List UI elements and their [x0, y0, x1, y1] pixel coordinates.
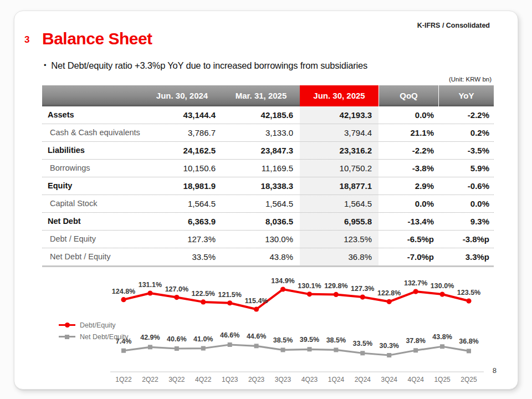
table-row: Net Debt / Equity33.5%43.8%36.8%-7.0%p3.…	[42, 248, 494, 265]
column-header: Jun. 30, 2024	[142, 85, 222, 106]
table-cell: 10,750.2	[300, 160, 378, 177]
svg-text:130.1%: 130.1%	[298, 282, 321, 290]
table-cell: -13.4%	[378, 213, 438, 230]
table-cell: 21.1%	[378, 124, 438, 141]
summary-bullet-text: Net Debt/equity ratio +3.3%p YoY due to …	[51, 60, 367, 70]
table-cell: -2.2%	[438, 106, 494, 124]
svg-text:1Q23: 1Q23	[222, 376, 238, 383]
table-cell: 123.5%	[300, 231, 378, 248]
legend-item-net-debt-equity: Net Debt/Equity	[59, 331, 129, 342]
column-header: Jun. 30, 2025	[300, 85, 378, 106]
column-header: QoQ	[378, 85, 438, 106]
table-row: Capital Stock1,564.51,564.51,564.50.0%0.…	[42, 195, 494, 213]
table-cell: -0.6%	[438, 177, 494, 195]
table-cell: 2.9%	[378, 177, 438, 195]
table-cell: 5.9%	[438, 160, 494, 177]
table-cell: 18,981.9	[142, 177, 222, 195]
row-label: Borrowings	[42, 160, 142, 177]
svg-text:122.5%: 122.5%	[192, 290, 215, 298]
table-cell: -3.8%p	[438, 231, 494, 248]
svg-text:1Q24: 1Q24	[328, 376, 345, 383]
svg-text:37.8%: 37.8%	[406, 337, 425, 345]
table-cell: 1,564.5	[142, 195, 222, 212]
row-label: Cash & Cash equivalents	[42, 124, 142, 141]
svg-text:131.1%: 131.1%	[139, 281, 162, 289]
svg-text:134.9%: 134.9%	[271, 277, 294, 285]
table-cell: 127.3%	[142, 231, 222, 248]
svg-text:1Q25: 1Q25	[434, 376, 451, 383]
balance-sheet-table: Jun. 30, 2024Mar. 31, 2025Jun. 30, 2025Q…	[42, 85, 494, 267]
page-title: Balance Sheet	[42, 29, 152, 48]
debt-equity-line-icon	[59, 323, 75, 328]
page-number: 8	[493, 366, 497, 375]
table-cell: -7.0%p	[378, 248, 438, 265]
svg-text:42.9%: 42.9%	[140, 334, 160, 341]
svg-text:41.0%: 41.0%	[193, 335, 213, 343]
table-cell: 3.3%p	[438, 248, 494, 265]
svg-text:124.8%: 124.8%	[112, 288, 135, 295]
svg-text:44.6%: 44.6%	[247, 332, 266, 340]
svg-text:46.6%: 46.6%	[220, 331, 239, 339]
table-body: Assets43,144.442,185.642,193.30.0%-2.2%C…	[42, 106, 494, 265]
table-row: Borrowings10,150.611,169.510,750.2-3.8%5…	[42, 160, 494, 177]
row-label: Liabilities	[42, 142, 142, 159]
column-header: YoY	[438, 85, 494, 106]
unit-label: (Unit: KRW bn)	[449, 76, 492, 83]
table-cell: 130.0%	[222, 231, 300, 248]
accounting-standard-label: K-IFRS / Consolidated	[417, 22, 490, 29]
column-header-empty	[42, 85, 142, 106]
table-cell: 9.3%	[438, 213, 494, 230]
table-cell: 36.8%	[300, 248, 378, 265]
svg-text:127.3%: 127.3%	[351, 285, 374, 293]
svg-text:4Q22: 4Q22	[195, 376, 212, 383]
svg-text:2Q23: 2Q23	[248, 376, 265, 383]
svg-text:30.3%: 30.3%	[380, 342, 399, 350]
table-cell: 0.0%	[378, 195, 438, 212]
table-cell: 0.2%	[438, 124, 494, 141]
table-row: Liabilities24,162.523,847.323,316.2-2.2%…	[42, 142, 494, 160]
legend-label: Net Debt/Equity	[80, 333, 129, 341]
row-label: Net Debt	[42, 213, 142, 230]
table-cell: 1,564.5	[300, 195, 378, 212]
table-row: Assets43,144.442,185.642,193.30.0%-2.2%	[42, 106, 494, 124]
svg-text:33.5%: 33.5%	[353, 340, 372, 347]
svg-text:3Q24: 3Q24	[381, 376, 398, 383]
table-cell: -3.8%	[378, 160, 438, 177]
svg-text:127.0%: 127.0%	[165, 285, 188, 293]
table-cell: 33.5%	[142, 248, 222, 265]
svg-text:39.5%: 39.5%	[300, 336, 319, 344]
svg-text:121.5%: 121.5%	[218, 291, 241, 299]
table-cell: 11,169.5	[222, 160, 300, 177]
table-cell: 18,877.1	[300, 177, 378, 195]
svg-text:38.5%: 38.5%	[326, 336, 346, 344]
table-cell: 8,036.5	[222, 213, 300, 230]
svg-text:43.8%: 43.8%	[432, 333, 452, 341]
table-cell: 3,786.7	[142, 124, 222, 141]
ratio-trend-chart: 124.8%131.1%127.0%122.5%121.5%115.4%134.…	[42, 272, 497, 389]
column-header: Mar. 31, 2025	[222, 85, 300, 106]
svg-text:3Q22: 3Q22	[168, 376, 185, 383]
table-cell: -6.5%p	[378, 231, 438, 248]
table-cell: 42,193.3	[300, 106, 378, 124]
net-debt-equity-line-icon	[59, 334, 75, 339]
row-label: Equity	[42, 177, 142, 195]
table-cell: 18,338.3	[222, 177, 300, 195]
table-cell: 43.8%	[222, 248, 300, 265]
table-row: Equity18,981.918,338.318,877.12.9%-0.6%	[42, 177, 494, 195]
table-cell: 3,133.0	[222, 124, 300, 141]
row-label: Debt / Equity	[42, 231, 142, 248]
chart-legend: Debt/Equity Net Debt/Equity	[59, 319, 129, 342]
table-row: Cash & Cash equivalents3,786.73,133.03,7…	[42, 124, 494, 142]
table-cell: 24,162.5	[142, 142, 222, 159]
svg-text:36.8%: 36.8%	[459, 337, 478, 345]
table-cell: 23,847.3	[222, 142, 300, 159]
legend-label: Debt/Equity	[80, 321, 116, 329]
table-row: Debt / Equity127.3%130.0%123.5%-6.5%p-3.…	[42, 231, 494, 248]
svg-text:123.5%: 123.5%	[457, 289, 480, 296]
svg-text:38.5%: 38.5%	[273, 336, 293, 344]
svg-text:130.0%: 130.0%	[431, 282, 454, 290]
row-label: Capital Stock	[42, 195, 142, 212]
row-label: Assets	[42, 106, 142, 124]
svg-text:4Q24: 4Q24	[407, 376, 424, 383]
table-cell: 10,150.6	[142, 160, 222, 177]
